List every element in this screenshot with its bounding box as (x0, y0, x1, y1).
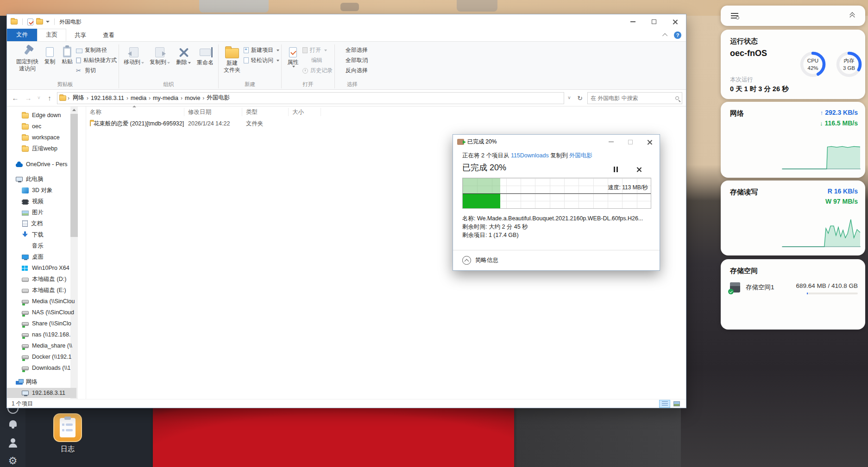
search-icon[interactable] (675, 96, 679, 100)
destination-link[interactable]: 外国电影 (569, 152, 592, 159)
address-dropdown-icon[interactable]: ˅ (566, 93, 572, 104)
gear-icon[interactable]: ⚙ (0, 456, 25, 466)
table-row[interactable]: 花束般的恋爱 (2021)[tmdb-695932]2026/1/24 14:2… (86, 118, 686, 130)
film-icon (22, 199, 29, 205)
back-button[interactable]: ← (10, 93, 21, 104)
tab-file[interactable]: 文件 (7, 29, 37, 41)
write-stat: W 97 MB/s (825, 196, 858, 206)
breadcrumb-item[interactable]: my-media (151, 94, 180, 102)
sidebar-item[interactable]: 图片 (7, 207, 76, 218)
cut-button[interactable]: ✂ 剪切 (76, 67, 117, 75)
dialog-footer[interactable]: 简略信息 (453, 250, 660, 270)
select-all-button[interactable]: 全部选择 (337, 46, 368, 54)
sidebar-item[interactable]: Share (\\SinClo (7, 318, 76, 329)
sidebar-item[interactable]: Downloads (\\1 (7, 363, 76, 373)
sidebar-item[interactable]: 下载 (7, 230, 76, 240)
thumbnail-view-button[interactable] (671, 400, 682, 408)
help-button[interactable]: ? (674, 31, 681, 39)
history-button[interactable]: 历史记录 (302, 67, 333, 75)
search-input[interactable] (591, 95, 673, 101)
up-button[interactable]: ↑ (44, 93, 55, 104)
sidebar-item[interactable]: workspace (7, 132, 76, 143)
source-link[interactable]: 115Downloads (511, 152, 549, 159)
sidebar-item[interactable]: 本地磁盘 (D:) (7, 274, 76, 284)
copy-to-button[interactable]: 复制到 (147, 44, 173, 67)
breadcrumb-item[interactable]: movie (183, 94, 202, 102)
collapse-panel-icon[interactable] (849, 13, 855, 19)
column-header[interactable]: 大小 (289, 108, 321, 116)
collapse-details-icon[interactable] (462, 256, 471, 265)
sidebar-item[interactable]: 本地磁盘 (E:) (7, 285, 76, 295)
tab-view[interactable]: 查看 (94, 30, 123, 41)
ribbon-collapse-icon[interactable] (662, 33, 667, 38)
chevron-down-icon[interactable] (46, 21, 50, 23)
column-header[interactable]: 名称 (86, 108, 184, 116)
dialog-maximize-button[interactable] (621, 135, 640, 149)
paste-button[interactable]: 粘贴 (58, 44, 76, 66)
pause-button[interactable] (610, 165, 621, 174)
sidebar-item[interactable]: 192.168.3.11 (7, 388, 76, 398)
sidebar-item[interactable]: NAS (\\SinCloud (7, 307, 76, 318)
tab-home[interactable]: 主页 (37, 29, 66, 41)
forward-button[interactable]: → (23, 93, 34, 104)
cancel-button[interactable] (634, 165, 644, 174)
copy-path-button[interactable]: 复制路径 (76, 46, 117, 54)
netdrive-icon (22, 311, 29, 315)
playlist-icon[interactable] (731, 13, 738, 19)
sidebar-item[interactable]: 此电脑 (7, 174, 76, 184)
close-button[interactable] (665, 14, 686, 29)
sidebar-item[interactable]: 桌面 (7, 252, 76, 262)
dialog-minimize-button[interactable] (601, 135, 621, 149)
dialog-close-button[interactable] (640, 135, 660, 149)
invert-selection-button[interactable]: 反向选择 (337, 67, 368, 75)
user-icon[interactable] (0, 438, 25, 443)
pin-to-quick-access-button[interactable]: 固定到快速访问 (13, 44, 41, 73)
new-item-button[interactable]: 新建项目 (244, 46, 279, 54)
sidebar-item[interactable]: Edge down (7, 110, 76, 120)
log-app-shortcut[interactable]: 日志 (50, 413, 85, 454)
sidebar-item[interactable]: 网络 (7, 377, 76, 387)
paste-shortcut-button[interactable]: 粘贴快捷方式 (76, 56, 117, 64)
refresh-icon[interactable]: ↻ (574, 93, 585, 104)
copy-button[interactable]: 复制 (41, 44, 58, 66)
address-field[interactable]: › 网络›192.168.3.11›media›my-media›movie›外… (57, 92, 564, 104)
memory-label: 内存 (844, 57, 855, 64)
sidebar-item[interactable]: nas (\\192.168. (7, 330, 76, 340)
notification-bell-icon[interactable] (0, 420, 25, 427)
breadcrumb-item[interactable]: 外国电影 (205, 93, 232, 103)
search-box[interactable] (587, 92, 682, 104)
sidebar-item[interactable]: 文档 (7, 218, 76, 229)
minimize-button[interactable] (622, 14, 643, 29)
new-folder-button[interactable]: 新建文件夹 (220, 44, 244, 75)
sidebar-item[interactable]: 视频 (7, 196, 76, 206)
easy-access-button[interactable]: 轻松访问 (244, 56, 279, 64)
sidebar-item[interactable]: Win10Pro X64 (7, 263, 76, 273)
delete-button[interactable]: 删除 (173, 44, 194, 67)
sidebar-item[interactable]: Media_share (\\ (7, 341, 76, 351)
sidebar-item[interactable]: 3D 对象 (7, 185, 76, 195)
sidebar-item[interactable]: oec (7, 121, 76, 131)
breadcrumb-item[interactable]: 网络 (71, 93, 86, 103)
tab-share[interactable]: 共享 (66, 30, 94, 41)
column-header[interactable]: 类型 (242, 108, 289, 116)
sidebar-item[interactable]: Media (\\SinClou (7, 296, 76, 306)
open-button[interactable]: 打开 (302, 46, 333, 54)
column-header[interactable]: 修改日期 (184, 108, 242, 116)
sidebar-item[interactable]: 音乐 (7, 241, 76, 251)
sidebar-item[interactable]: Docker (\\192.1 (7, 352, 76, 362)
history-dropdown-icon[interactable]: ˅ (36, 93, 42, 104)
cpu-label: CPU (807, 57, 818, 64)
edit-button[interactable]: 编辑 (302, 56, 333, 64)
music-icon (22, 243, 29, 249)
properties-button[interactable]: 属性 (283, 44, 302, 68)
move-to-button[interactable]: 移动到 (121, 44, 147, 67)
select-none-button[interactable]: 全部取消 (337, 56, 368, 64)
breadcrumb-item[interactable]: 192.168.3.11 (89, 94, 126, 102)
breadcrumb-item[interactable]: media (129, 94, 148, 102)
sidebar-item[interactable]: OneDrive - Pers (7, 159, 76, 169)
netdrive-icon (22, 355, 29, 359)
details-view-button[interactable] (659, 400, 670, 408)
maximize-button[interactable] (643, 14, 665, 29)
rename-button[interactable]: 重命名 (194, 44, 216, 67)
sidebar-item[interactable]: 压缩webp (7, 143, 76, 154)
